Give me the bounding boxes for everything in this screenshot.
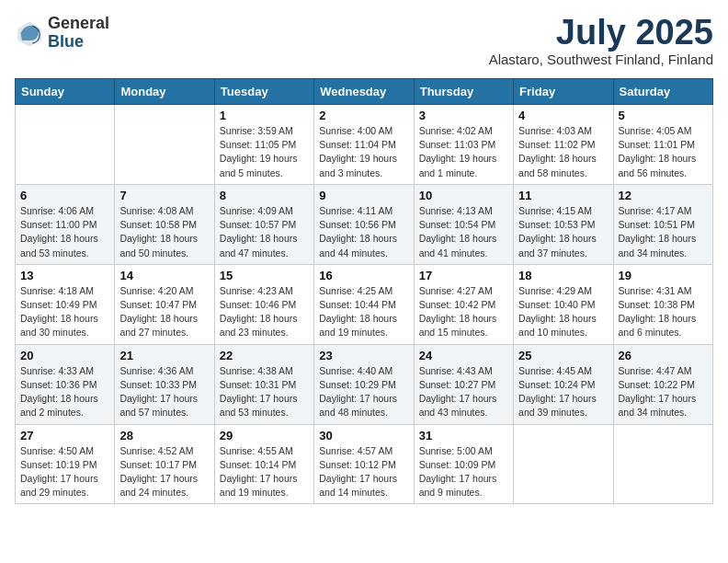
day-detail: Sunrise: 4:15 AM Sunset: 10:53 PM Daylig… — [518, 204, 608, 260]
calendar-day-cell — [115, 105, 214, 185]
day-number: 6 — [20, 189, 109, 202]
calendar-day-cell: 16Sunrise: 4:25 AM Sunset: 10:44 PM Dayl… — [314, 264, 414, 344]
day-detail: Sunrise: 4:23 AM Sunset: 10:46 PM Daylig… — [220, 284, 309, 340]
logo-icon — [15, 18, 44, 48]
day-number: 1 — [220, 109, 309, 122]
day-detail: Sunrise: 4:52 AM Sunset: 10:17 PM Daylig… — [119, 444, 209, 500]
day-detail: Sunrise: 4:27 AM Sunset: 10:42 PM Daylig… — [419, 284, 508, 340]
day-number: 16 — [319, 269, 408, 282]
day-detail: Sunrise: 4:45 AM Sunset: 10:24 PM Daylig… — [518, 364, 608, 420]
calendar-day-cell: 1Sunrise: 3:59 AM Sunset: 11:05 PM Dayli… — [214, 105, 313, 185]
day-number: 25 — [518, 349, 608, 362]
day-detail: Sunrise: 4:50 AM Sunset: 10:19 PM Daylig… — [20, 444, 109, 500]
calendar-day-cell: 27Sunrise: 4:50 AM Sunset: 10:19 PM Dayl… — [16, 424, 115, 504]
day-detail: Sunrise: 4:36 AM Sunset: 10:33 PM Daylig… — [119, 364, 209, 420]
day-number: 24 — [419, 349, 508, 362]
day-detail: Sunrise: 4:00 AM Sunset: 11:04 PM Daylig… — [319, 124, 408, 180]
calendar-day-cell: 15Sunrise: 4:23 AM Sunset: 10:46 PM Dayl… — [214, 264, 313, 344]
day-detail: Sunrise: 4:31 AM Sunset: 10:38 PM Daylig… — [619, 284, 708, 340]
calendar-day-cell: 9Sunrise: 4:11 AM Sunset: 10:56 PM Dayli… — [314, 184, 414, 264]
calendar-day-cell: 23Sunrise: 4:40 AM Sunset: 10:29 PM Dayl… — [314, 344, 414, 424]
logo-blue: Blue — [48, 33, 109, 52]
day-number: 9 — [319, 189, 408, 202]
day-detail: Sunrise: 3:59 AM Sunset: 11:05 PM Daylig… — [220, 124, 309, 180]
calendar-day-cell — [613, 424, 712, 504]
day-number: 17 — [419, 269, 508, 282]
calendar-day-cell: 26Sunrise: 4:47 AM Sunset: 10:22 PM Dayl… — [613, 344, 712, 424]
day-number: 5 — [619, 109, 708, 122]
calendar-day-cell: 3Sunrise: 4:02 AM Sunset: 11:03 PM Dayli… — [414, 105, 513, 185]
day-detail: Sunrise: 4:43 AM Sunset: 10:27 PM Daylig… — [419, 364, 508, 420]
day-detail: Sunrise: 4:47 AM Sunset: 10:22 PM Daylig… — [619, 364, 708, 420]
calendar-day-cell: 21Sunrise: 4:36 AM Sunset: 10:33 PM Dayl… — [115, 344, 214, 424]
day-detail: Sunrise: 4:18 AM Sunset: 10:49 PM Daylig… — [20, 284, 109, 340]
calendar-day-cell: 28Sunrise: 4:52 AM Sunset: 10:17 PM Dayl… — [115, 424, 214, 504]
day-detail: Sunrise: 4:05 AM Sunset: 11:01 PM Daylig… — [619, 124, 708, 180]
day-number: 27 — [20, 429, 109, 442]
calendar-day-cell: 25Sunrise: 4:45 AM Sunset: 10:24 PM Dayl… — [514, 344, 613, 424]
day-number: 28 — [119, 429, 209, 442]
weekday-header: Saturday — [613, 79, 712, 105]
day-number: 2 — [319, 109, 408, 122]
calendar-day-cell: 11Sunrise: 4:15 AM Sunset: 10:53 PM Dayl… — [514, 184, 613, 264]
day-detail: Sunrise: 4:20 AM Sunset: 10:47 PM Daylig… — [119, 284, 209, 340]
day-number: 30 — [319, 429, 408, 442]
calendar-day-cell: 7Sunrise: 4:08 AM Sunset: 10:58 PM Dayli… — [115, 184, 214, 264]
day-number: 14 — [119, 269, 209, 282]
calendar-day-cell: 5Sunrise: 4:05 AM Sunset: 11:01 PM Dayli… — [613, 105, 712, 185]
day-number: 4 — [518, 109, 608, 122]
logo-text: General Blue — [48, 15, 109, 52]
calendar-day-cell: 2Sunrise: 4:00 AM Sunset: 11:04 PM Dayli… — [314, 105, 414, 185]
day-number: 19 — [619, 269, 708, 282]
day-number: 11 — [518, 189, 608, 202]
calendar-day-cell: 14Sunrise: 4:20 AM Sunset: 10:47 PM Dayl… — [115, 264, 214, 344]
calendar-day-cell: 22Sunrise: 4:38 AM Sunset: 10:31 PM Dayl… — [214, 344, 313, 424]
day-detail: Sunrise: 4:02 AM Sunset: 11:03 PM Daylig… — [419, 124, 508, 180]
day-detail: Sunrise: 4:33 AM Sunset: 10:36 PM Daylig… — [20, 364, 109, 420]
day-detail: Sunrise: 4:29 AM Sunset: 10:40 PM Daylig… — [518, 284, 608, 340]
calendar-week-row: 6Sunrise: 4:06 AM Sunset: 11:00 PM Dayli… — [16, 184, 713, 264]
day-detail: Sunrise: 4:09 AM Sunset: 10:57 PM Daylig… — [220, 204, 309, 260]
calendar-day-cell: 13Sunrise: 4:18 AM Sunset: 10:49 PM Dayl… — [16, 264, 115, 344]
day-number: 23 — [319, 349, 408, 362]
weekday-header: Thursday — [414, 79, 513, 105]
calendar-week-row: 20Sunrise: 4:33 AM Sunset: 10:36 PM Dayl… — [16, 344, 713, 424]
day-number: 10 — [419, 189, 508, 202]
calendar: SundayMondayTuesdayWednesdayThursdayFrid… — [15, 78, 713, 504]
calendar-day-cell: 20Sunrise: 4:33 AM Sunset: 10:36 PM Dayl… — [16, 344, 115, 424]
calendar-day-cell: 4Sunrise: 4:03 AM Sunset: 11:02 PM Dayli… — [514, 105, 613, 185]
calendar-day-cell: 10Sunrise: 4:13 AM Sunset: 10:54 PM Dayl… — [414, 184, 513, 264]
day-detail: Sunrise: 4:25 AM Sunset: 10:44 PM Daylig… — [319, 284, 408, 340]
calendar-day-cell: 12Sunrise: 4:17 AM Sunset: 10:51 PM Dayl… — [613, 184, 712, 264]
calendar-week-row: 13Sunrise: 4:18 AM Sunset: 10:49 PM Dayl… — [16, 264, 713, 344]
calendar-day-cell: 17Sunrise: 4:27 AM Sunset: 10:42 PM Dayl… — [414, 264, 513, 344]
day-number: 18 — [518, 269, 608, 282]
logo: General Blue — [15, 15, 109, 52]
logo-general: General — [48, 15, 109, 33]
day-number: 29 — [220, 429, 309, 442]
page-header: General Blue July 2025 Alastaro, Southwe… — [15, 15, 713, 67]
calendar-day-cell: 31Sunrise: 5:00 AM Sunset: 10:09 PM Dayl… — [414, 424, 513, 504]
day-number: 7 — [119, 189, 209, 202]
title-block: July 2025 Alastaro, Southwest Finland, F… — [489, 15, 713, 67]
day-detail: Sunrise: 4:55 AM Sunset: 10:14 PM Daylig… — [220, 444, 309, 500]
weekday-header: Sunday — [16, 79, 115, 105]
calendar-day-cell: 19Sunrise: 4:31 AM Sunset: 10:38 PM Dayl… — [613, 264, 712, 344]
calendar-day-cell: 24Sunrise: 4:43 AM Sunset: 10:27 PM Dayl… — [414, 344, 513, 424]
day-detail: Sunrise: 5:00 AM Sunset: 10:09 PM Daylig… — [419, 444, 508, 500]
day-number: 12 — [619, 189, 708, 202]
day-number: 20 — [20, 349, 109, 362]
day-detail: Sunrise: 4:08 AM Sunset: 10:58 PM Daylig… — [119, 204, 209, 260]
calendar-day-cell: 29Sunrise: 4:55 AM Sunset: 10:14 PM Dayl… — [214, 424, 313, 504]
month-title: July 2025 — [489, 15, 713, 50]
weekday-header: Friday — [514, 79, 613, 105]
day-number: 26 — [619, 349, 708, 362]
weekday-header: Wednesday — [314, 79, 414, 105]
calendar-day-cell: 6Sunrise: 4:06 AM Sunset: 11:00 PM Dayli… — [16, 184, 115, 264]
calendar-day-cell — [16, 105, 115, 185]
calendar-day-cell: 8Sunrise: 4:09 AM Sunset: 10:57 PM Dayli… — [214, 184, 313, 264]
day-detail: Sunrise: 4:17 AM Sunset: 10:51 PM Daylig… — [619, 204, 708, 260]
location-title: Alastaro, Southwest Finland, Finland — [489, 52, 713, 67]
day-number: 15 — [220, 269, 309, 282]
calendar-week-row: 27Sunrise: 4:50 AM Sunset: 10:19 PM Dayl… — [16, 424, 713, 504]
